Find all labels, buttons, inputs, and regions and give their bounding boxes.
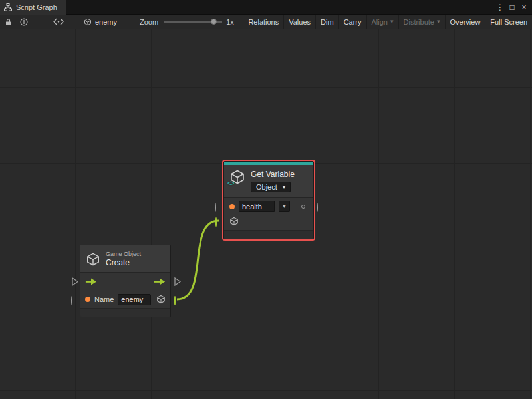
string-port-dot <box>85 297 90 302</box>
node-title: Get Variable <box>251 170 295 179</box>
gameobject-port-icon <box>229 217 239 226</box>
variable-cube-icon: <> <box>229 169 245 185</box>
window-menu-icon[interactable]: ⋮ <box>495 1 505 13</box>
target-input-port[interactable] <box>215 218 217 226</box>
full-screen-button[interactable]: Full Screen <box>485 15 532 29</box>
zoom-label: Zoom <box>140 18 158 26</box>
zoom-slider[interactable] <box>164 15 222 29</box>
name-input[interactable] <box>118 294 151 305</box>
dim-button[interactable]: Dim <box>315 15 338 29</box>
node-get-variable[interactable]: <> Get Variable Object ▾ ▼ <box>223 161 314 239</box>
zoom-slider-handle[interactable] <box>211 19 217 25</box>
graph-canvas[interactable]: <> Get Variable Object ▾ ▼ <box>0 29 532 399</box>
title-bar: Script Graph ⋮ □ × <box>0 0 532 15</box>
zoom-value: 1x <box>226 18 234 26</box>
output-type-dot <box>301 205 305 209</box>
overview-button[interactable]: Overview <box>445 15 485 29</box>
flow-out-arrow-icon <box>154 278 166 285</box>
info-icon[interactable] <box>16 15 32 29</box>
name-row: Name <box>80 291 170 308</box>
gameobject-output-port[interactable] <box>174 297 176 305</box>
tab-title: Script Graph <box>16 3 57 11</box>
window-maximize-icon[interactable]: □ <box>507 1 517 13</box>
create-header[interactable]: Game Object Create <box>80 245 170 272</box>
values-button[interactable]: Values <box>283 15 315 29</box>
name-input-port[interactable] <box>215 203 216 211</box>
node-category: Game Object <box>106 251 141 257</box>
name-input-port[interactable] <box>71 297 72 305</box>
node-footer <box>80 308 170 317</box>
flow-output-port[interactable] <box>174 277 181 286</box>
node-create[interactable]: Game Object Create Name <box>80 245 171 317</box>
target-row <box>224 215 313 230</box>
get-variable-header[interactable]: <> Get Variable Object ▾ <box>224 165 313 197</box>
carry-button[interactable]: Carry <box>338 15 366 29</box>
script-graph-icon <box>4 3 12 11</box>
window-close-icon[interactable]: × <box>519 1 529 13</box>
toolbar-buttons: Relations Values Dim Carry Align▾ Distri… <box>243 15 532 29</box>
flow-in-arrow-icon <box>85 278 97 285</box>
string-port-dot <box>229 204 235 209</box>
tab-script-graph[interactable]: Script Graph <box>0 0 66 15</box>
flow-row <box>80 273 170 291</box>
scope-value: Object <box>256 183 277 191</box>
chevron-down-icon: ▾ <box>283 184 286 190</box>
chevron-down-icon: ▾ <box>437 19 440 25</box>
variable-name-dropdown-button[interactable]: ▼ <box>279 201 290 212</box>
distribute-button[interactable]: Distribute▾ <box>398 15 445 29</box>
node-title: Create <box>106 258 141 267</box>
unity-script-graph-window: { "window": { "tab": "Script Graph" }, "… <box>0 0 532 399</box>
code-badge-icon: <> <box>227 180 234 187</box>
param-label: Name <box>94 295 114 303</box>
graph-cube-icon <box>84 18 92 26</box>
variable-scope-dropdown[interactable]: Object ▾ <box>251 182 291 192</box>
code-view-icon[interactable] <box>51 15 66 29</box>
graph-name: enemy <box>95 18 117 26</box>
window-controls: ⋮ □ × <box>495 0 529 15</box>
gameobject-cube-icon <box>86 252 100 267</box>
graph-toolbar: enemy Zoom 1x Relations Values Dim Carry… <box>0 15 532 29</box>
relations-button[interactable]: Relations <box>243 15 283 29</box>
node-footer <box>224 230 313 239</box>
align-button[interactable]: Align▾ <box>366 15 398 29</box>
variable-name-input[interactable] <box>239 201 275 212</box>
graph-breadcrumb[interactable]: enemy <box>84 18 117 26</box>
connection-wire <box>177 221 219 299</box>
lock-icon[interactable] <box>0 15 16 29</box>
chevron-down-icon: ▾ <box>390 19 394 25</box>
value-output-port[interactable] <box>317 203 318 211</box>
gameobject-output-icon <box>156 295 166 304</box>
flow-input-port[interactable] <box>72 277 78 286</box>
variable-name-row: ▼ <box>224 198 313 215</box>
